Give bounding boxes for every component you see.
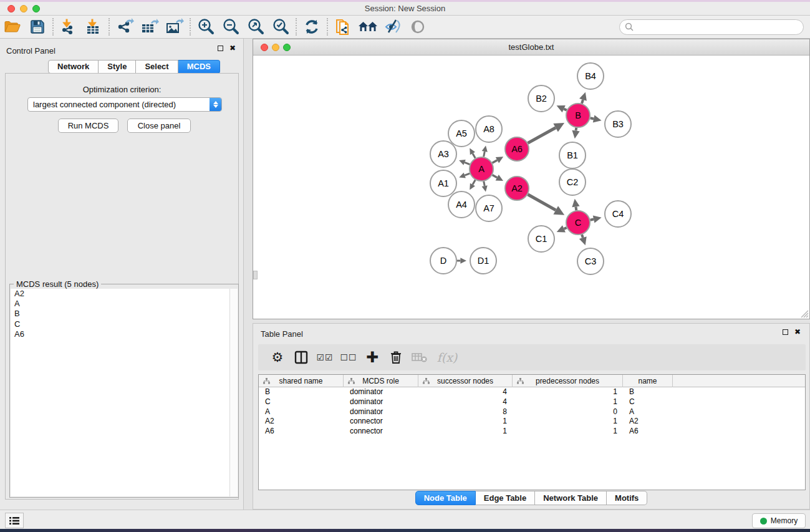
table-cell[interactable]: 1 (418, 427, 513, 437)
node-D1[interactable]: D1 (470, 248, 496, 274)
open-session-icon[interactable] (0, 17, 25, 37)
node-A7[interactable]: A7 (476, 195, 502, 221)
tab-mcds[interactable]: MCDS (178, 60, 220, 74)
close-table-panel-icon[interactable]: ✖ (794, 329, 801, 335)
table-cell[interactable]: B (623, 387, 673, 397)
delete-table-icon[interactable] (409, 347, 430, 368)
node-B3[interactable]: B3 (605, 111, 631, 137)
mcds-result-item[interactable]: A6 (11, 329, 238, 339)
edge-D-D1[interactable] (457, 258, 466, 263)
edge-B-B1[interactable] (572, 128, 579, 138)
run-mcds-button[interactable]: Run MCDS (58, 118, 118, 133)
zoom-selected-icon[interactable] (268, 17, 293, 37)
table-cell[interactable]: A2 (259, 417, 344, 427)
column-header-successor-nodes[interactable]: successor nodes (418, 375, 513, 387)
edge-C-C4[interactable] (591, 215, 602, 223)
table-cell[interactable]: A6 (259, 427, 344, 437)
edge-A6-B[interactable] (528, 123, 565, 143)
column-header-MCDS-role[interactable]: MCDS role (344, 375, 418, 387)
node-B[interactable]: B (566, 104, 590, 127)
zoom-out-icon[interactable] (218, 17, 243, 37)
network-window-titlebar[interactable]: testGlobe.txt (253, 39, 809, 56)
table-row[interactable]: Bdominator41B (259, 387, 805, 397)
edge-B-B3[interactable] (591, 115, 602, 122)
table-cell[interactable]: dominator (344, 407, 418, 417)
table-cell[interactable]: A6 (623, 427, 673, 437)
column-header-shared-name[interactable]: shared name (259, 375, 344, 387)
maximize-window-button[interactable] (32, 5, 40, 12)
minimize-window-button[interactable] (20, 5, 27, 12)
tab-network-table[interactable]: Network Table (535, 491, 607, 505)
edge-C-C1[interactable] (557, 225, 567, 232)
search-box[interactable] (619, 19, 804, 35)
show-graphics-details-icon[interactable] (405, 17, 430, 37)
column-header-predecessor-nodes[interactable]: predecessor nodes (513, 375, 623, 387)
mcds-result-item[interactable]: A2 (11, 289, 238, 299)
table-cell[interactable]: B (259, 387, 344, 397)
delete-column-icon[interactable] (385, 347, 407, 368)
zoom-in-icon[interactable] (193, 17, 218, 37)
import-table-icon[interactable] (81, 17, 106, 37)
table-row[interactable]: Cdominator41C (259, 397, 805, 407)
column-layout-icon[interactable] (291, 347, 312, 368)
table-row[interactable]: Adominator80A (259, 407, 805, 417)
network-maximize-button[interactable] (283, 44, 291, 51)
export-table-icon[interactable] (137, 17, 162, 37)
criterion-dropdown[interactable]: largest connected component (directed) (27, 97, 222, 112)
select-all-columns-icon[interactable]: ☑☑ (314, 347, 335, 368)
node-C4[interactable]: C4 (605, 201, 631, 227)
node-A[interactable]: A (470, 157, 493, 181)
function-builder-icon[interactable]: f(x) (433, 347, 461, 368)
table-cell[interactable]: 4 (418, 387, 513, 397)
table-cell[interactable]: C (623, 397, 673, 407)
mcds-result-item[interactable]: A (11, 299, 238, 309)
edge-A-A2[interactable] (493, 175, 503, 181)
table-cell[interactable]: 1 (513, 397, 623, 407)
tab-network[interactable]: Network (48, 60, 99, 74)
table-cell[interactable]: connector (344, 427, 418, 437)
table-cell[interactable]: connector (344, 417, 418, 427)
edge-A-A5[interactable] (470, 148, 475, 158)
table-cell[interactable]: dominator (344, 387, 418, 397)
tab-edge-table[interactable]: Edge Table (476, 491, 535, 505)
network-canvas[interactable]: B4B2BB3A5A8A6A3B1AA1C2A2A4A7C4CC1C3DD1 (253, 56, 809, 319)
edge-B-B2[interactable] (557, 105, 567, 112)
hide-selected-icon[interactable] (380, 17, 405, 37)
resize-grip-icon[interactable] (799, 308, 809, 318)
table-cell[interactable]: dominator (344, 397, 418, 407)
node-C[interactable]: C (566, 211, 590, 235)
node-B2[interactable]: B2 (528, 85, 554, 112)
tab-select[interactable]: Select (136, 60, 178, 74)
tab-style[interactable]: Style (99, 60, 136, 74)
node-B4[interactable]: B4 (577, 63, 604, 89)
import-network-icon[interactable] (56, 17, 81, 37)
table-cell[interactable]: 8 (418, 407, 513, 417)
mcds-result-item[interactable]: C (11, 319, 238, 329)
node-B1[interactable]: B1 (559, 142, 586, 168)
edge-A-A7[interactable] (482, 181, 488, 192)
home-icon[interactable] (355, 17, 380, 37)
table-cell[interactable]: 1 (513, 427, 623, 437)
edge-A-A8[interactable] (482, 146, 488, 157)
close-panel-icon[interactable]: ✖ (229, 46, 236, 51)
edge-C-C2[interactable] (572, 199, 579, 210)
edge-A-A1[interactable] (459, 173, 470, 178)
column-header-name[interactable]: name (623, 375, 673, 387)
table-cell[interactable]: C (259, 397, 344, 407)
tab-motifs[interactable]: Motifs (607, 491, 647, 505)
edge-A-A3[interactable] (459, 160, 470, 165)
edge-A2-C[interactable] (528, 195, 564, 215)
node-C3[interactable]: C3 (577, 248, 604, 274)
edge-A-A6[interactable] (492, 157, 503, 163)
scroll-grip[interactable] (253, 271, 258, 279)
tab-node-table[interactable]: Node Table (415, 491, 476, 505)
node-A2[interactable]: A2 (505, 177, 529, 200)
table-row[interactable]: A2connector11A2 (259, 417, 805, 427)
memory-button[interactable]: Memory (752, 513, 806, 528)
node-A4[interactable]: A4 (448, 191, 475, 218)
show-panels-button[interactable] (5, 513, 24, 528)
mcds-result-item[interactable]: B (11, 309, 238, 319)
node-D[interactable]: D (430, 248, 456, 274)
result-scrollbar[interactable] (229, 289, 238, 496)
refresh-icon[interactable] (299, 17, 324, 37)
